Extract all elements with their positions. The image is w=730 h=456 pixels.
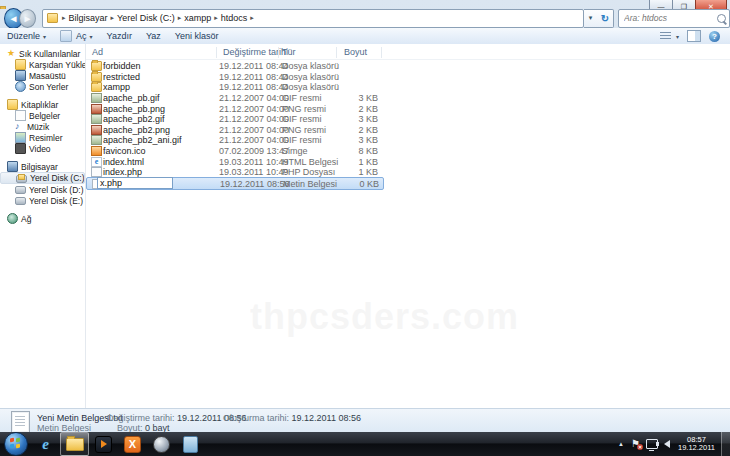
notepad-icon xyxy=(183,436,198,453)
breadcrumb-item[interactable]: xampp xyxy=(184,13,211,23)
views-dropdown-icon[interactable]: ▾ xyxy=(676,33,679,40)
recent-icon xyxy=(15,81,26,92)
file-row[interactable]: apache_pb2_ani.gif21.12.2007 04:00GIF re… xyxy=(86,134,382,145)
views-icon[interactable] xyxy=(660,32,671,41)
show-desktop-button[interactable] xyxy=(721,432,730,456)
sidebar-item[interactable]: Karşıdan Yüklemeler xyxy=(0,59,85,70)
file-size: 3 KB xyxy=(326,93,378,103)
details-created: Oluşturma tarihi: 19.12.2011 08:56 xyxy=(223,413,361,423)
file-type: Simge xyxy=(282,146,308,156)
file-type: Dosya klasörü xyxy=(282,82,339,92)
file-date: 19.12.2011 08:44 xyxy=(219,72,288,82)
sidebar-item[interactable]: ♪Müzik xyxy=(0,121,85,132)
file-size: 2 KB xyxy=(326,125,378,135)
help-icon[interactable]: ? xyxy=(709,31,720,42)
sidebar-item[interactable]: Son Yerler xyxy=(0,81,85,92)
file-icon: e xyxy=(91,157,102,167)
file-name: index.html xyxy=(103,157,144,167)
tray-expand-icon[interactable]: ▲ xyxy=(618,441,624,447)
address-history-dropdown[interactable]: ▾ xyxy=(584,14,597,22)
file-list-pane: Ad Değiştirme tarihi Tür Boyut forbidden… xyxy=(86,44,730,408)
breadcrumb-item[interactable]: htdocs xyxy=(221,13,248,23)
sidebar-item[interactable]: Video xyxy=(0,143,85,154)
file-row[interactable]: xampp19.12.2011 08:44Dosya klasörü xyxy=(86,81,382,92)
toolbar-button-3[interactable]: Yaz xyxy=(139,29,168,43)
file-date: 21.12.2007 04:00 xyxy=(219,125,289,135)
column-separator[interactable] xyxy=(278,47,279,58)
file-icon xyxy=(91,135,102,145)
sidebar-item[interactable]: Yerel Disk (D:) xyxy=(0,184,85,195)
column-separator[interactable] xyxy=(216,47,217,58)
file-row[interactable]: eindex.html19.03.2011 10:49HTML Belgesi1… xyxy=(86,156,382,167)
file-date: 21.12.2007 04:00 xyxy=(219,104,289,114)
search-icon xyxy=(717,14,726,23)
file-size: 0 KB xyxy=(327,179,379,189)
taskbar-explorer-button[interactable] xyxy=(60,432,89,456)
taskbar-ie-button[interactable]: e xyxy=(31,432,60,456)
file-type: GIF resmi xyxy=(282,93,322,103)
file-size: 3 KB xyxy=(326,114,378,124)
volume-icon[interactable] xyxy=(664,440,670,448)
desktop-icon xyxy=(15,70,26,81)
taskbar-wmp-button[interactable] xyxy=(147,432,176,456)
column-separator[interactable] xyxy=(381,47,382,58)
taskbar-notepad-button[interactable] xyxy=(176,432,205,456)
sidebar-item[interactable]: Belgeler xyxy=(0,110,85,121)
sidebar-group-3[interactable]: Ağ xyxy=(0,213,85,224)
action-center-icon[interactable]: ⚑✕ xyxy=(631,439,640,449)
column-header-type[interactable]: Tür xyxy=(282,47,296,57)
toolbar-button-1[interactable]: Aç▾ xyxy=(53,29,100,43)
file-row[interactable]: forbidden19.12.2011 08:44Dosya klasörü xyxy=(86,60,382,71)
file-icon xyxy=(91,146,102,156)
search-box[interactable] xyxy=(618,9,730,28)
breadcrumb-item[interactable]: Bilgisayar xyxy=(69,13,108,23)
taskbar-media-player-button[interactable] xyxy=(89,432,118,456)
column-header-size[interactable]: Boyut xyxy=(344,47,367,57)
file-row[interactable]: index.php19.03.2011 10:49PHP Dosyası1 KB xyxy=(86,166,382,177)
toolbar-buttons: Düzenle▾Aç▾YazdırYazYeni klasör xyxy=(0,29,225,43)
file-size: 2 KB xyxy=(326,104,378,114)
chevron-down-icon: ▾ xyxy=(90,33,93,40)
search-input[interactable] xyxy=(622,12,717,24)
file-row[interactable]: restricted19.12.2011 08:44Dosya klasörü xyxy=(86,71,382,82)
file-row[interactable]: favicon.ico07.02.2009 13:47Simge8 KB xyxy=(86,145,382,156)
toolbar-button-4[interactable]: Yeni klasör xyxy=(168,29,226,43)
file-row[interactable]: x.php19.12.2011 08:56Metin Belgesi0 KB xyxy=(86,177,384,190)
breadcrumb-item[interactable]: Yerel Disk (C:) xyxy=(117,13,175,23)
taskbar-xampp-button[interactable]: X xyxy=(118,432,147,456)
rename-input[interactable]: x.php xyxy=(97,177,173,189)
file-date: 21.12.2007 04:00 xyxy=(219,135,289,145)
sidebar-item[interactable]: Yerel Disk (C:) xyxy=(0,172,85,184)
file-row[interactable]: apache_pb.png21.12.2007 04:00PNG resmi2 … xyxy=(86,103,382,114)
preview-pane-icon[interactable] xyxy=(687,30,701,42)
sidebar-group-2[interactable]: Bilgisayar xyxy=(0,161,85,172)
address-bar-buttons: ▾ ↻ xyxy=(584,9,614,28)
sidebar-item[interactable]: Masaüstü xyxy=(0,70,85,81)
file-row[interactable]: apache_pb.gif21.12.2007 04:00GIF resmi3 … xyxy=(86,92,382,103)
navigation-pane: ★Sık KullanılanlarKarşıdan YüklemelerMas… xyxy=(0,44,86,408)
file-row[interactable]: apache_pb2.gif21.12.2007 04:00GIF resmi3… xyxy=(86,113,382,124)
file-date: 19.03.2011 10:49 xyxy=(219,167,288,177)
toolbar-button-2[interactable]: Yazdır xyxy=(100,29,139,43)
breadcrumb-separator-icon: ▸ xyxy=(178,14,182,22)
sidebar-item[interactable]: Resimler xyxy=(0,132,85,143)
folder-icon xyxy=(15,59,26,70)
column-separator[interactable] xyxy=(336,47,337,58)
sidebar-group-0[interactable]: ★Sık Kullanılanlar xyxy=(0,48,85,59)
forward-button[interactable]: ► xyxy=(19,9,36,28)
folder-icon xyxy=(91,61,102,71)
file-row[interactable]: apache_pb2.png21.12.2007 04:00PNG resmi2… xyxy=(86,124,382,135)
file-rows: forbidden19.12.2011 08:44Dosya klasörüre… xyxy=(86,60,730,190)
refresh-icon[interactable]: ↻ xyxy=(597,13,613,24)
file-date: 19.03.2011 10:49 xyxy=(219,157,288,167)
file-name: restricted xyxy=(103,72,140,82)
taskbar-clock[interactable]: 08:57 19.12.2011 xyxy=(678,436,715,453)
column-header-name[interactable]: Ad xyxy=(92,47,103,57)
address-bar[interactable]: ▸Bilgisayar▸Yerel Disk (C:)▸xampp▸htdocs… xyxy=(42,9,584,28)
sidebar-group-1[interactable]: Kitaplıklar xyxy=(0,99,85,110)
sidebar-item[interactable]: Yerel Disk (E:) xyxy=(0,195,85,206)
file-type: Dosya klasörü xyxy=(282,72,339,82)
toolbar-button-0[interactable]: Düzenle▾ xyxy=(0,29,53,43)
start-button[interactable] xyxy=(4,432,28,456)
address-row: ◄ ► ▸Bilgisayar▸Yerel Disk (C:)▸xampp▸ht… xyxy=(0,8,730,28)
